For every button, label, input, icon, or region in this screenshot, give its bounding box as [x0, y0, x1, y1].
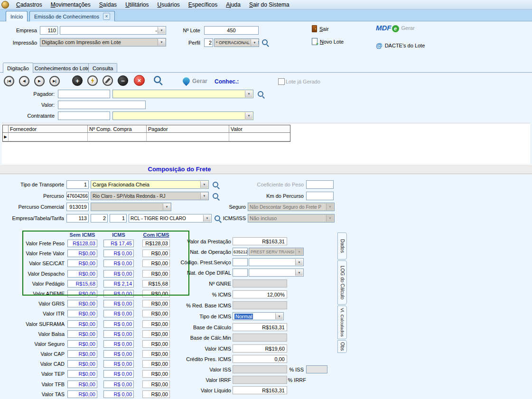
grid-row[interactable]: ▶ — [3, 133, 290, 141]
dropdown-arrow-icon[interactable]: ▼ — [203, 215, 211, 222]
icms-input[interactable]: R$ 0,00 — [103, 360, 134, 368]
coeficiente-peso-input[interactable] — [306, 180, 334, 189]
sem-icms-input[interactable]: R$0,00 — [67, 350, 97, 358]
dropdown-arrow-icon[interactable]: ▼ — [251, 39, 258, 46]
nav-first-button[interactable]: |◀ — [4, 76, 14, 86]
dropdown-arrow-icon[interactable]: ▼ — [326, 204, 334, 210]
percurso-comercial-code-input[interactable]: 913019 — [66, 203, 89, 211]
sem-icms-input[interactable]: R$0,00 — [67, 360, 97, 368]
dropdown-arrow-icon[interactable]: ▼ — [245, 91, 252, 97]
sem-icms-input[interactable]: R$0,00 — [67, 390, 97, 398]
sem-icms-input[interactable]: R$0,00 — [67, 290, 97, 297]
icms-input[interactable]: R$ 0,00 — [103, 260, 134, 267]
dropdown-arrow-icon[interactable]: ▼ — [275, 313, 283, 319]
sem-icms-input[interactable]: R$0,00 — [67, 330, 97, 338]
percurso-search-icon[interactable] — [213, 193, 220, 200]
grid-cell[interactable] — [88, 133, 147, 141]
dropdown-arrow-icon[interactable]: ▼ — [295, 269, 303, 276]
dropdown-arrow-icon[interactable]: ▼ — [163, 204, 170, 210]
menu-item[interactable]: Utilitários — [121, 0, 153, 9]
icms-input[interactable]: R$ 0,00 — [103, 320, 134, 328]
icms-input[interactable]: R$ 0,00 — [103, 370, 134, 378]
sem-icms-input[interactable]: R$0,00 — [67, 380, 97, 388]
nav-prior-button[interactable]: ◀ — [19, 76, 29, 86]
cod-prest-input[interactable] — [233, 258, 248, 266]
icms-input[interactable]: R$ 0,00 — [103, 350, 134, 358]
tarifa-combo[interactable]: RCL - TIGRE RIO CLARO ▼ — [129, 214, 212, 223]
tipo-transporte-combo[interactable]: Carga Fracionada Cheia ▼ — [91, 180, 209, 189]
gerar-button[interactable]: Gerar — [183, 77, 207, 84]
dropdown-arrow-icon[interactable]: ▼ — [158, 27, 165, 34]
grid-header-fornecedor[interactable]: Fornecedor — [9, 125, 88, 133]
icms-input[interactable]: R$ 0,00 — [103, 390, 134, 398]
icms-input[interactable]: R$ 0,00 — [103, 290, 134, 297]
valor-input[interactable] — [58, 101, 146, 109]
nat-operacao-combo[interactable]: PREST SERV TRANSI ▼ — [249, 248, 304, 256]
perc-iss-input[interactable] — [306, 365, 327, 373]
sem-icms-input[interactable]: R$0,00 — [67, 320, 97, 328]
side-tab-dados[interactable]: Dados — [337, 232, 347, 260]
sem-icms-input[interactable]: R$128,03 — [67, 240, 97, 247]
tarifa-tabela-input[interactable]: 2 — [91, 214, 108, 223]
percurso-comercial-combo[interactable]: ▼ — [91, 203, 171, 211]
pagador-search-icon[interactable] — [258, 91, 265, 98]
tipo-icms-combo[interactable]: Normal ▼ — [233, 312, 284, 320]
impressao-combo[interactable]: Digitação com Impressão em Lote ▼ — [40, 38, 166, 46]
sair-button[interactable]: Sair — [312, 25, 329, 32]
icms-iss-combo[interactable]: Não incluso ▼ — [248, 214, 335, 223]
side-tab-obs[interactable]: Obs — [337, 340, 347, 353]
pagador-code-input[interactable] — [58, 90, 110, 98]
dropdown-arrow-icon[interactable]: ▼ — [200, 181, 208, 188]
sem-icms-input[interactable]: R$0,00 — [67, 270, 97, 278]
nat-operacao-code-input[interactable]: 635212 — [233, 248, 248, 256]
tab-close-icon[interactable]: × — [103, 13, 110, 20]
menu-item[interactable]: Movimentações — [47, 0, 95, 9]
icms-input[interactable]: R$ 17,45 — [103, 240, 134, 247]
grid-cell[interactable] — [147, 133, 229, 141]
tarifa-numero-input[interactable]: 1 — [110, 214, 127, 223]
percurso-code-input[interactable]: 47604266 — [66, 192, 89, 200]
menu-item[interactable]: Ajuda — [222, 0, 245, 9]
empresa-input[interactable]: 110 — [40, 26, 58, 35]
pagador-combo[interactable]: ▼ — [112, 90, 253, 98]
mdfe-gerar-button[interactable]: MDFe Gerar — [376, 24, 415, 32]
sem-icms-input[interactable]: R$0,00 — [67, 300, 97, 307]
dropdown-arrow-icon[interactable]: ▼ — [158, 39, 165, 46]
menu-item[interactable]: Sair do Sistema — [245, 0, 294, 9]
grid-header-comp-compra[interactable]: Nº Comp. Compra — [88, 125, 147, 133]
dropdown-arrow-icon[interactable]: ▼ — [245, 112, 252, 119]
sem-icms-input[interactable]: R$0,00 — [67, 340, 97, 348]
icms-input[interactable]: R$ 0,00 — [103, 340, 134, 348]
icms-input[interactable]: R$ 0,00 — [103, 250, 134, 257]
menu-item[interactable]: Usuários — [153, 0, 184, 9]
remove-button[interactable]: − — [118, 75, 128, 86]
cod-prest-combo[interactable]: ▼ — [249, 258, 304, 266]
tipo-transporte-search-icon[interactable] — [213, 182, 220, 189]
icms-input[interactable]: R$ 0,00 — [103, 330, 134, 338]
grid-header-valor[interactable]: Valor — [229, 125, 290, 133]
sem-icms-input[interactable]: R$0,00 — [67, 370, 97, 378]
empresa-combo[interactable]: - ▼ — [60, 26, 166, 35]
km-percurso-input[interactable] — [306, 192, 334, 200]
contratante-combo[interactable]: ▼ — [112, 111, 253, 120]
tab-emissao-conhecimentos[interactable]: Emissão de Conhecimentos × — [29, 11, 115, 21]
contratante-code-input[interactable] — [58, 111, 110, 120]
lote-gerado-checkbox[interactable] — [278, 78, 285, 85]
perfil-combo[interactable]: * OPERACIONAL MATRIZ ▼ — [214, 38, 259, 47]
lote-input[interactable]: 450 — [204, 26, 259, 35]
sem-icms-input[interactable]: R$15,68 — [67, 280, 97, 288]
perfil-code-input[interactable]: 2 — [204, 38, 213, 47]
search-button[interactable] — [154, 76, 163, 85]
perfil-search-icon[interactable] — [262, 39, 269, 46]
cancel-button[interactable]: × — [134, 75, 145, 86]
add-button[interactable]: + — [72, 75, 83, 86]
side-tab-vl-calculados[interactable]: Vl. Calculados — [337, 306, 347, 339]
tipo-transporte-code-input[interactable]: 1 — [66, 180, 89, 189]
dropdown-arrow-icon[interactable]: ▼ — [295, 249, 303, 255]
sem-icms-input[interactable]: R$0,00 — [67, 310, 97, 317]
nat-difal-input[interactable] — [233, 269, 248, 277]
menu-item[interactable]: Específicos — [184, 0, 222, 9]
grid-cell[interactable] — [9, 133, 88, 141]
nav-last-button[interactable]: ▶| — [49, 76, 60, 86]
novo-lote-button[interactable]: Novo Lote — [312, 38, 344, 45]
